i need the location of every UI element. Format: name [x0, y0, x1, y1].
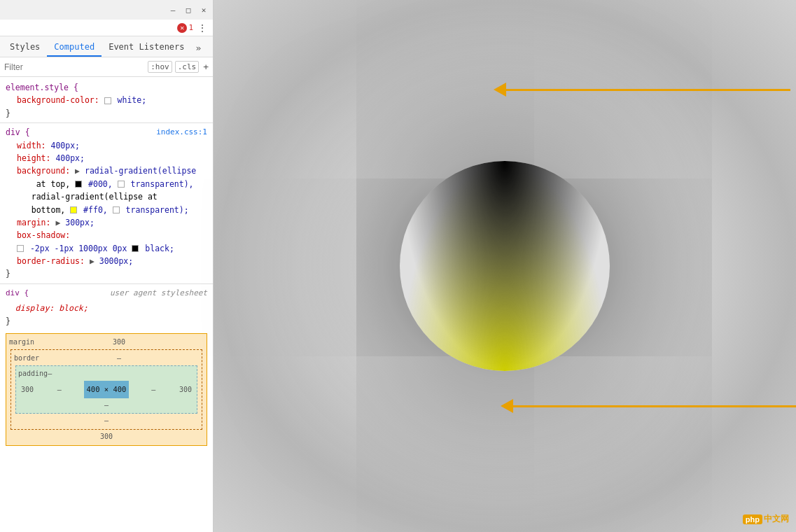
border-value: –: [117, 353, 121, 364]
div-selector: div { index.css:1: [6, 126, 207, 139]
user-agent-block: div { user agent stylesheet: [0, 286, 213, 301]
site-name: 中文网: [764, 513, 789, 525]
color-swatch-black: [75, 181, 82, 188]
tab-event-listeners[interactable]: Event Listeners: [102, 38, 191, 57]
tab-styles[interactable]: Styles: [3, 38, 47, 57]
preview-panel: 上方椭圆中心点 下方椭圆中心点 php 中文网: [214, 0, 796, 532]
more-button[interactable]: ⋮: [197, 22, 207, 34]
box-size: 400 × 400: [84, 381, 130, 398]
css-boxshadow-value: -2px -1px 1000px 0px black;: [17, 242, 207, 255]
box-padding: padding– 300 – 400 × 400 – 300 –: [15, 365, 197, 414]
error-badge[interactable]: ✕ 1: [177, 23, 193, 33]
ua-display-prop: display: block;: [6, 302, 207, 314]
box-border-label: border –: [14, 353, 199, 364]
css-prop-height: height: 400px;: [6, 152, 207, 164]
box-size-row: 300 – 400 × 400 – 300: [18, 379, 195, 400]
arrow-line-bottom: [513, 405, 796, 407]
css-prop-borderradius: border-radius: ▶ 3000px;: [6, 255, 207, 267]
minimize-button[interactable]: —: [168, 5, 178, 15]
css-bg-line3: radial-gradient(ellipse at: [17, 190, 207, 203]
color-swatch-yellow: [70, 206, 77, 214]
maximize-button[interactable]: □: [183, 5, 193, 15]
padding-label: padding–: [18, 368, 52, 379]
element-style-block: element.style { background-color: white;…: [0, 80, 213, 121]
arrow-head-top: [494, 83, 506, 97]
box-size-label: 400 × 400: [87, 385, 127, 393]
box-left-300: 300: [18, 384, 36, 396]
margin-top-value: 300: [113, 337, 125, 348]
box-border-bottom-dash: –: [14, 415, 199, 426]
tab-computed[interactable]: Computed: [47, 38, 102, 57]
filter-tags: :hov .cls: [148, 61, 199, 73]
element-style-selector: element.style {: [6, 81, 207, 94]
ua-selector: div {: [6, 287, 29, 300]
css-close-brace-2: }: [6, 267, 207, 280]
box-margin-top: margin 300: [9, 337, 204, 348]
css-prop-boxshadow: box-shadow:: [6, 229, 207, 241]
ua-comment: user agent stylesheet: [110, 287, 207, 300]
filter-row: :hov .cls +: [0, 57, 213, 77]
css-prop-width: width: 400px;: [6, 139, 207, 152]
watermark: php 中文网: [743, 513, 789, 525]
box-padding-label: padding–: [18, 368, 195, 379]
box-right-dash: –: [148, 384, 158, 396]
annotation-top: 上方椭圆中心点: [494, 83, 796, 97]
tabs-more-button[interactable]: »: [192, 39, 206, 57]
css-content: element.style { background-color: white;…: [0, 77, 213, 532]
add-filter-button[interactable]: +: [203, 62, 209, 72]
margin-label: margin: [9, 337, 34, 348]
devtools-panel: — □ ✕ ✕ 1 ⋮ Styles Computed Event Listen…: [0, 0, 214, 532]
arrow-line-top: [506, 89, 790, 91]
box-border: border – padding– 300 – 400 × 40: [11, 349, 202, 430]
css-close-brace-1: }: [6, 107, 207, 120]
error-row: ✕ 1 ⋮: [0, 20, 213, 36]
css-source-link[interactable]: index.css:1: [156, 126, 207, 139]
box-left-dash: –: [55, 384, 64, 396]
filter-input[interactable]: [4, 62, 144, 72]
error-count: 1: [188, 23, 193, 32]
tabs-row: Styles Computed Event Listeners »: [0, 36, 213, 57]
ua-close-brace: }: [6, 315, 207, 328]
css-bg-line2: at top, #000, transparent),: [17, 178, 207, 190]
css-bg-line4: bottom, #ff0, transparent);: [17, 204, 207, 216]
border-label: border: [14, 353, 39, 364]
css-prop-margin: margin: ▶ 300px;: [6, 216, 207, 229]
cls-filter[interactable]: .cls: [175, 61, 200, 73]
hov-filter[interactable]: :hov: [148, 61, 172, 73]
box-margin-bottom: 300: [9, 431, 204, 442]
sphere: [400, 161, 610, 371]
box-size-below: –: [18, 400, 195, 411]
close-button[interactable]: ✕: [199, 5, 209, 15]
div-block: div { index.css:1 width: 400px; height: …: [0, 125, 213, 282]
css-prop-background: background: ▶ radial-gradient(ellipse: [6, 164, 207, 177]
color-swatch-white: [104, 97, 111, 104]
box-right-300: 300: [176, 384, 195, 396]
arrow-head-bottom: [501, 399, 513, 413]
php-badge: php: [743, 514, 762, 524]
title-bar: — □ ✕: [0, 0, 213, 20]
color-swatch-transparent2: [113, 206, 120, 214]
box-model: margin 300 border – padding–: [6, 333, 207, 446]
color-swatch-shadow: [17, 245, 24, 252]
color-swatch-black2: [132, 245, 139, 252]
ua-prop-block: display: block; }: [0, 300, 213, 329]
color-swatch-transparent1: [118, 181, 125, 188]
annotation-bottom: 下方椭圆中心点: [501, 399, 796, 413]
error-icon: ✕: [177, 23, 187, 33]
css-prop-bgcolor: background-color: white;: [6, 94, 207, 106]
